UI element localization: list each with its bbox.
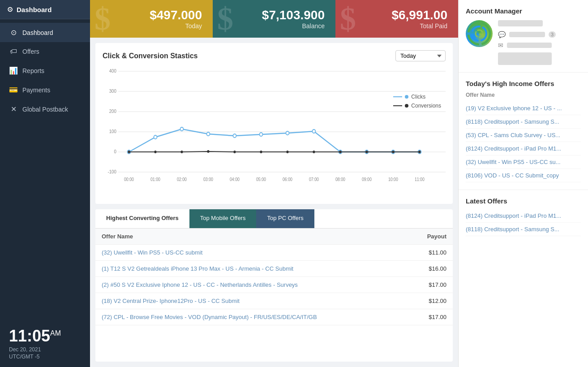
total-paid-label: Total Paid [420,22,447,30]
latest-offers-title: Latest Offers [466,197,581,205]
legend-conversions-dot [405,104,408,108]
sidebar-item-offers[interactable]: 🏷 Offers [0,42,90,61]
sidebar-item-payments[interactable]: 💳 Payments [0,80,90,99]
high-income-offer-link[interactable]: (8106) VOD - US - CC Submit_copy [466,169,581,182]
table-row[interactable]: (32) Uwellfit - Win PS5 - US-CC submit$1… [95,245,453,261]
sidebar-nav: ⊙ Dashboard 🏷 Offers 📊 Reports 💳 Payment… [0,19,90,320]
email-bar [507,43,552,48]
email-icon: ✉ [498,42,503,49]
account-manager-title: Account Manager [466,7,581,15]
manager-info: 💬 3 ✉ [466,20,581,65]
chat-bar [509,32,545,37]
contact-email: ✉ [498,42,581,49]
col-payout: Payout [409,229,453,245]
offer-payout-cell: $16.00 [409,261,453,277]
clock-date: Dec 20, 2021 [9,346,81,353]
svg-point-37 [154,151,156,153]
tab-highest-converting[interactable]: Highest Converting Offers [95,209,189,228]
high-income-offer-link[interactable]: (8124) Creditsupport - iPad Pro M1... [466,142,581,155]
sidebar-item-reports[interactable]: 📊 Reports [0,61,90,80]
svg-text:300: 300 [109,88,116,94]
svg-point-50 [476,30,483,37]
legend-conversions-label: Conversions [411,103,441,109]
offer-name-cell: (18) V2 Central Prize- Iphone12Pro - US … [95,293,409,309]
high-income-offer-link[interactable]: (19) V2 Exclusive Iphone 12 - US - ... [466,102,581,115]
svg-text:11:00: 11:00 [415,177,425,182]
clock-time: 11:05AM [9,327,81,345]
high-income-offer-link[interactable]: (32) Uwellfit - Win PS5 - US-CC su... [466,155,581,169]
svg-text:09:00: 09:00 [362,177,372,182]
svg-point-42 [286,151,288,153]
latest-offer-link[interactable]: (8118) Creditsupport - Samsung S... [466,223,581,236]
high-income-offer-link[interactable]: (53) CPL - Sams Club Survey - US... [466,129,581,142]
dashboard-icon: ⊙ [7,5,13,13]
chart-period-dropdown[interactable]: Today Yesterday Last 7 Days Last 30 Days [395,50,446,61]
chat-count: 3 [549,31,556,38]
high-income-offer-link[interactable]: (8118) Creditsupport - Samsung S... [466,115,581,129]
svg-point-39 [207,150,209,153]
sidebar-label-dashboard: Dashboard [22,29,53,36]
svg-text:06:00: 06:00 [283,177,292,182]
offer-name-cell: (72) CPL - Browse Free Movies - VOD (Dyn… [95,309,409,325]
svg-point-49 [472,26,486,41]
manager-action-bar [498,52,552,65]
tabs-section: Highest Converting Offers Top Mobile Off… [95,209,453,362]
svg-text:08:00: 08:00 [335,177,345,182]
svg-point-47 [418,151,421,153]
stats-row: $ $497.000 Today $ $7,103.900 Balance $ … [90,0,458,38]
svg-point-41 [260,151,262,153]
table-row[interactable]: (1) T12 S V2 Getrealdeals iPhone 13 Pro … [95,261,453,277]
chart-header: Click & Conversion Stastics Today Yester… [103,50,446,61]
bg-dollar-balance: $ [217,0,233,38]
svg-text:-100: -100 [107,169,116,174]
sidebar-label-payments: Payments [22,86,50,94]
latest-offer-link[interactable]: (8124) Creditsupport - iPad Pro M1... [466,209,581,223]
svg-point-46 [392,151,394,153]
svg-point-27 [206,132,210,136]
svg-text:01:00: 01:00 [150,177,160,182]
dashboard-nav-icon: ⊙ [9,28,18,37]
bg-dollar-paid: $ [340,0,356,38]
chart-title: Click & Conversion Stastics [103,52,198,60]
latest-offers-list: (8124) Creditsupport - iPad Pro M1...(81… [466,209,581,236]
svg-point-40 [233,151,236,153]
chart-section: Click & Conversion Stastics Today Yester… [95,43,453,204]
legend-clicks-label: Clicks [411,94,425,100]
table-row[interactable]: (72) CPL - Browse Free Movies - VOD (Dyn… [95,309,453,325]
reports-icon: 📊 [9,66,18,75]
payments-icon: 💳 [9,86,18,94]
tabs-bar: Highest Converting Offers Top Mobile Off… [95,209,453,229]
svg-text:10:00: 10:00 [388,177,398,182]
sidebar-item-dashboard[interactable]: ⊙ Dashboard [0,23,90,42]
col-offer-name: Offer Name [95,229,409,245]
today-label: Today [185,22,202,30]
svg-point-44 [339,151,341,153]
svg-point-43 [313,151,315,153]
legend-clicks-line [393,96,402,97]
high-income-list: (19) V2 Exclusive Iphone 12 - US - ...(8… [466,102,581,182]
table-row[interactable]: (2) #50 S V2 Exclusive Iphone 12 - US - … [95,277,453,293]
balance-label: Balance [302,22,325,30]
chart-canvas: 400 300 200 100 0 -100 00:00 01:00 02:00… [103,67,446,197]
balance-amount: $7,103.900 [262,8,325,22]
chart-legend: Clicks Conversions [393,94,441,109]
offer-payout-cell: $17.00 [409,309,453,325]
tab-top-mobile[interactable]: Top Mobile Offers [189,209,257,228]
offer-payout-cell: $12.00 [409,293,453,309]
sidebar-label-postback: Global Postback [22,106,68,113]
table-row[interactable]: (18) V2 Central Prize- Iphone12Pro - US … [95,293,453,309]
sidebar-clock: 11:05AM Dec 20, 2021 UTC/GMT -5 [0,320,90,367]
legend-conversions-line [393,105,402,106]
offer-name-cell: (2) #50 S V2 Exclusive Iphone 12 - US - … [95,277,409,293]
svg-point-38 [180,151,183,153]
svg-point-25 [154,135,157,139]
sidebar-item-global-postback[interactable]: ✕ Global Postback [0,99,90,119]
svg-point-29 [259,133,262,136]
offer-payout-cell: $17.00 [409,277,453,293]
manager-avatar [466,20,493,47]
sidebar-logo-text: Dashboard [17,6,52,13]
svg-point-30 [286,131,289,135]
offer-name-col-label: Offer Name [466,92,581,98]
tab-top-pc[interactable]: Top PC Offers [256,209,314,228]
sidebar-logo[interactable]: ⊙ Dashboard [0,0,90,19]
